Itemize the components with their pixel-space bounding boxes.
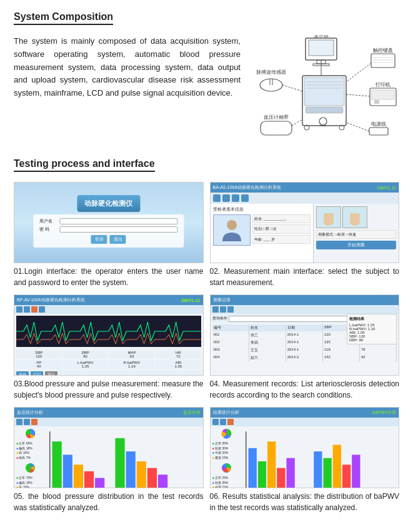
cell-measurement-main: BA-AS-100A动脉硬化检测分析系统 DB/V1.11 受检者基本信息 — [210, 182, 400, 288]
col-date: 日期 — [286, 324, 323, 331]
pie-chart-2 — [16, 463, 44, 473]
print-btn-mock: 打印 — [31, 371, 43, 375]
screen-records: 测量记录 查询条件 查询 — [211, 295, 399, 375]
tb5-icon-3 — [31, 419, 37, 425]
subject-fields: 姓名: ___________ 性别: □男 □女 年龄: ___ 岁 — [252, 214, 311, 246]
cell-dbp-4: 92 — [360, 354, 397, 361]
svg-rect-62 — [352, 454, 360, 488]
screen2-right-panel: 测量模式: ○标准 ○快速 开始测量 — [314, 204, 399, 263]
svg-rect-36 — [350, 213, 360, 222]
screen2-title: BA-AS-100A动脉硬化检测分析系统 — [213, 184, 282, 191]
cell-id-1: 001 — [212, 332, 249, 339]
screenshot-records: 测量记录 查询条件 查询 — [210, 294, 400, 376]
subject-field-3: 年龄: ___ 岁 — [252, 235, 311, 244]
screenshot-bp-pulse: BP-AV-100A动脉硬化检测分析系统 DB/V1.11 — [14, 294, 204, 376]
bp-cuff-label: 血压计袖带 — [264, 114, 289, 120]
svg-rect-59 — [323, 458, 331, 488]
tb-icon-3 — [31, 306, 37, 313]
login-btn-mock: 登录 — [91, 235, 107, 244]
svg-line-30 — [292, 119, 302, 126]
col-id: 编号 — [212, 324, 249, 331]
toolbar-icon-1 — [213, 194, 221, 202]
table-row-4: 004 赵六 2014-2 142 92 — [212, 354, 397, 361]
pulse-sensor-label: 脉搏波传感器 — [256, 69, 286, 75]
screenshot-results-analysis: 结果统计分析 baPWV分布 — [210, 407, 400, 488]
password-input-mock — [59, 226, 177, 233]
tb6-icon-3 — [227, 419, 234, 425]
toolbar-icon-2 — [222, 194, 230, 202]
data-map: MAP93 — [109, 350, 154, 359]
tb4-icon-1 — [212, 306, 219, 313]
data-sbp: SBP120 — [16, 350, 61, 359]
svg-rect-41 — [74, 464, 83, 488]
username-input-mock — [59, 218, 177, 224]
svg-point-4 — [260, 79, 282, 91]
arm-image-left — [316, 206, 341, 228]
screen3-data-table: SBP120 DBP80 MAP93 HR72 PP40 L-baPWV1.25… — [14, 349, 203, 370]
cell-id-4: 004 — [212, 354, 249, 361]
screenshot-measurement-main: BA-AS-100A动脉硬化检测分析系统 DB/V1.11 受检者基本信息 — [210, 182, 400, 263]
screen3-version: DB/V1.11 — [181, 298, 200, 303]
cell-results-analysis: 结果统计分析 baPWV分布 — [210, 407, 400, 513]
system-composition-section: System Composition The system is mainly … — [14, 11, 399, 149]
table-row-3: 003 王五 2014-1 118 76 — [212, 346, 397, 354]
svg-rect-48 — [158, 474, 167, 488]
screenshot-bp-distribution: 血压统计分析 血压分布 — [14, 407, 204, 488]
cell-sbp-4: 142 — [323, 354, 360, 361]
caption-records: 04. Measurement records: List arterioscl… — [210, 378, 400, 401]
results-pie1-legend: ■ 正常 35% ■ 轻度 30% ■ 中度 20% ■ 重度 15% — [212, 441, 241, 460]
svg-rect-17 — [371, 54, 395, 68]
printer-label: 打印机 — [375, 82, 391, 88]
cell-name-3: 王五 — [249, 347, 286, 354]
screen5-header: 血压统计分析 血压分布 — [14, 408, 203, 418]
svg-rect-12 — [306, 107, 343, 113]
svg-point-32 — [227, 220, 237, 230]
svg-line-28 — [346, 63, 371, 82]
caption-measurement-main: 02. Measurement main interface: select t… — [210, 266, 400, 288]
cell-date-2: 2014-1 — [286, 339, 323, 346]
tb6-icon-2 — [220, 419, 226, 425]
save-btn-mock: 保存 — [16, 371, 29, 375]
toolbar-icon-3 — [232, 194, 239, 202]
cell-date-4: 2014-2 — [286, 354, 323, 361]
data-hr: HR72 — [156, 350, 201, 359]
caption-results-analysis: 06. Results statistical analysis: the di… — [210, 491, 400, 513]
screen-measurement-main: BA-AS-100A动脉硬化检测分析系统 DB/V1.11 受检者基本信息 — [211, 183, 399, 263]
results-pie2-legend: ■ 正常 25% ■ 轻度 35% ■ 中度 22% ■ 重度 18% — [212, 476, 241, 488]
detail-panel: 检测结果 L-baPWV: 1.25 R-baPWV: 1.16 ABI: 1.… — [347, 314, 397, 344]
svg-rect-56 — [277, 468, 285, 488]
svg-line-31 — [346, 123, 369, 131]
toolbar-icon-4 — [241, 194, 249, 202]
screen2-header: BA-AS-100A动脉硬化检测分析系统 DB/V1.11 — [211, 183, 399, 193]
screen5-subtitle: 血压分布 — [183, 409, 201, 416]
exit-btn-mock: 退出 — [110, 235, 126, 244]
arm-images — [316, 206, 396, 228]
svg-rect-60 — [332, 445, 341, 488]
svg-point-13 — [319, 118, 327, 125]
caption-bp-pulse: 03.Blood pressure and pulse measurement:… — [14, 378, 204, 401]
screen3-header: BP-AV-100A动脉硬化检测分析系统 DB/V1.11 — [14, 295, 203, 305]
system-diagram: 显示器 脉搏波传感器 — [249, 35, 399, 149]
screen6-toolbar — [211, 418, 399, 426]
screen-login: 动脉硬化检测仪 用户名 密 码 登录 退出 — [14, 183, 203, 263]
screen4-header: 测量记录 — [211, 295, 399, 305]
cell-login: 动脉硬化检测仪 用户名 密 码 登录 退出 — [14, 182, 204, 288]
subject-form-label: 受检者基本信息 — [213, 206, 311, 213]
svg-rect-53 — [248, 448, 256, 488]
waveform-display — [16, 316, 201, 347]
svg-rect-58 — [314, 451, 322, 488]
results-pie-charts: ■ 正常 35% ■ 轻度 30% ■ 中度 20% ■ 重度 15% — [212, 428, 241, 488]
screen-results-analysis: 结果统计分析 baPWV分布 — [211, 408, 399, 488]
caption-bp-distribution: 05. the blood pressure distribution in t… — [14, 491, 204, 513]
screen3-title: BP-AV-100A动脉硬化检测分析系统 — [17, 297, 85, 303]
svg-rect-55 — [267, 441, 275, 488]
cell-date-1: 2014-1 — [286, 332, 323, 339]
svg-rect-39 — [52, 441, 62, 488]
pie2-legend: ■ 正常 70% ■ 偏高 15% ■ 高 10% ■ 很高 5% — [16, 476, 44, 488]
detail-row-5: DBP: 80 — [349, 338, 394, 342]
data-dbp: DBP80 — [62, 350, 107, 359]
svg-rect-25 — [369, 128, 388, 135]
svg-rect-1 — [309, 40, 334, 56]
login-app-title: 动脉硬化检测仪 — [77, 195, 140, 212]
cell-dbp-3: 76 — [360, 347, 397, 354]
